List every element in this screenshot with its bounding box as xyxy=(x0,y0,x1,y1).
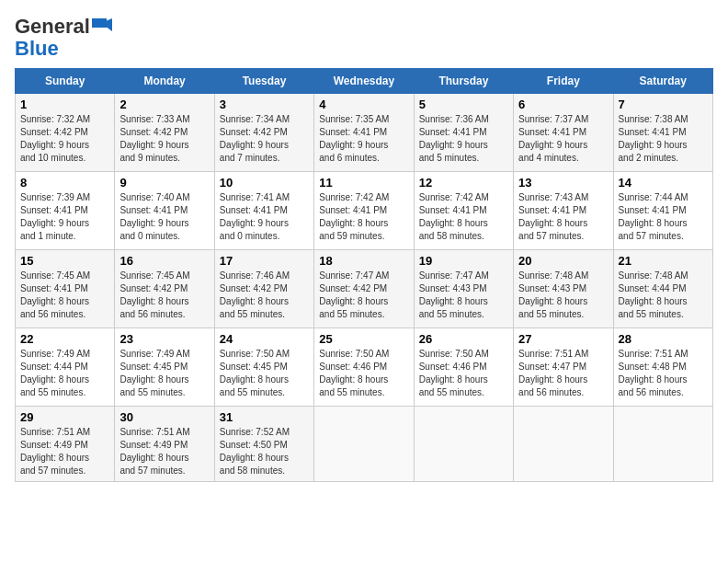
calendar-header-wednesday: Wednesday xyxy=(314,69,414,94)
calendar-header-row: SundayMondayTuesdayWednesdayThursdayFrid… xyxy=(16,69,713,94)
calendar-table: SundayMondayTuesdayWednesdayThursdayFrid… xyxy=(15,68,713,482)
day-info: Sunrise: 7:46 AM Sunset: 4:42 PM Dayligh… xyxy=(220,270,309,321)
day-info: Sunrise: 7:43 AM Sunset: 4:41 PM Dayligh… xyxy=(518,191,608,243)
calendar-day-cell: 11Sunrise: 7:42 AM Sunset: 4:41 PM Dayli… xyxy=(314,172,414,250)
day-number: 27 xyxy=(518,332,608,346)
day-info: Sunrise: 7:41 AM Sunset: 4:41 PM Dayligh… xyxy=(220,191,309,243)
day-info: Sunrise: 7:51 AM Sunset: 4:48 PM Dayligh… xyxy=(619,348,708,399)
day-info: Sunrise: 7:51 AM Sunset: 4:49 PM Dayligh… xyxy=(119,426,209,477)
calendar-day-cell: 31Sunrise: 7:52 AM Sunset: 4:50 PM Dayli… xyxy=(214,407,313,482)
day-info: Sunrise: 7:35 AM Sunset: 4:41 PM Dayligh… xyxy=(319,113,408,165)
calendar-week-row: 29Sunrise: 7:51 AM Sunset: 4:49 PM Dayli… xyxy=(16,407,713,482)
calendar-day-cell: 5Sunrise: 7:36 AM Sunset: 4:41 PM Daylig… xyxy=(414,94,513,172)
day-info: Sunrise: 7:42 AM Sunset: 4:41 PM Dayligh… xyxy=(319,191,408,243)
calendar-day-cell: 18Sunrise: 7:47 AM Sunset: 4:42 PM Dayli… xyxy=(314,250,414,328)
day-number: 9 xyxy=(119,176,209,190)
calendar-day-cell: 13Sunrise: 7:43 AM Sunset: 4:41 PM Dayli… xyxy=(514,172,613,250)
calendar-day-cell: 1Sunrise: 7:32 AM Sunset: 4:42 PM Daylig… xyxy=(16,94,115,172)
calendar-day-cell: 16Sunrise: 7:45 AM Sunset: 4:42 PM Dayli… xyxy=(115,250,214,328)
calendar-day-cell: 14Sunrise: 7:44 AM Sunset: 4:41 PM Dayli… xyxy=(613,172,712,250)
day-number: 15 xyxy=(20,254,109,268)
calendar-day-cell: 20Sunrise: 7:48 AM Sunset: 4:43 PM Dayli… xyxy=(514,250,613,328)
day-number: 6 xyxy=(518,98,608,111)
day-number: 29 xyxy=(20,410,109,424)
day-number: 22 xyxy=(20,332,109,346)
day-number: 23 xyxy=(119,332,209,346)
day-number: 4 xyxy=(319,98,408,111)
calendar-day-cell: 4Sunrise: 7:35 AM Sunset: 4:41 PM Daylig… xyxy=(314,94,414,172)
day-number: 7 xyxy=(619,98,708,111)
calendar-day-cell: 2Sunrise: 7:33 AM Sunset: 4:42 PM Daylig… xyxy=(115,94,214,172)
calendar-header-thursday: Thursday xyxy=(414,69,513,94)
day-number: 3 xyxy=(220,98,309,111)
logo-blue-text: Blue xyxy=(15,37,59,61)
calendar-day-cell: 17Sunrise: 7:46 AM Sunset: 4:42 PM Dayli… xyxy=(214,250,313,328)
day-number: 25 xyxy=(319,332,408,346)
logo-general-text: General xyxy=(15,15,90,39)
calendar-header-friday: Friday xyxy=(514,69,613,94)
day-info: Sunrise: 7:49 AM Sunset: 4:44 PM Dayligh… xyxy=(20,348,109,399)
day-number: 28 xyxy=(619,332,708,346)
calendar-day-cell: 3Sunrise: 7:34 AM Sunset: 4:42 PM Daylig… xyxy=(214,94,313,172)
day-number: 24 xyxy=(220,332,309,346)
calendar-day-cell: 7Sunrise: 7:38 AM Sunset: 4:41 PM Daylig… xyxy=(613,94,712,172)
day-info: Sunrise: 7:47 AM Sunset: 4:43 PM Dayligh… xyxy=(419,270,508,321)
day-info: Sunrise: 7:42 AM Sunset: 4:41 PM Dayligh… xyxy=(419,191,508,243)
day-number: 19 xyxy=(419,254,508,268)
day-number: 8 xyxy=(20,176,109,190)
day-number: 18 xyxy=(319,254,408,268)
day-info: Sunrise: 7:49 AM Sunset: 4:45 PM Dayligh… xyxy=(119,348,209,399)
day-info: Sunrise: 7:38 AM Sunset: 4:41 PM Dayligh… xyxy=(619,113,708,165)
day-number: 2 xyxy=(119,98,209,111)
calendar-day-cell xyxy=(514,407,613,482)
day-number: 5 xyxy=(419,98,508,111)
calendar-day-cell: 19Sunrise: 7:47 AM Sunset: 4:43 PM Dayli… xyxy=(414,250,513,328)
calendar-day-cell xyxy=(613,407,712,482)
calendar-header-monday: Monday xyxy=(115,69,214,94)
day-info: Sunrise: 7:50 AM Sunset: 4:46 PM Dayligh… xyxy=(319,348,408,399)
day-info: Sunrise: 7:37 AM Sunset: 4:41 PM Dayligh… xyxy=(518,113,608,165)
calendar-day-cell: 28Sunrise: 7:51 AM Sunset: 4:48 PM Dayli… xyxy=(613,328,712,407)
day-number: 10 xyxy=(220,176,309,190)
calendar-day-cell: 12Sunrise: 7:42 AM Sunset: 4:41 PM Dayli… xyxy=(414,172,513,250)
day-number: 30 xyxy=(119,410,209,424)
day-number: 31 xyxy=(220,410,309,424)
day-info: Sunrise: 7:51 AM Sunset: 4:49 PM Dayligh… xyxy=(20,426,109,477)
day-number: 14 xyxy=(619,176,708,190)
day-number: 17 xyxy=(220,254,309,268)
day-info: Sunrise: 7:51 AM Sunset: 4:47 PM Dayligh… xyxy=(518,348,608,399)
calendar-day-cell: 9Sunrise: 7:40 AM Sunset: 4:41 PM Daylig… xyxy=(115,172,214,250)
day-number: 1 xyxy=(20,98,109,111)
day-number: 12 xyxy=(419,176,508,190)
page-header: General Blue xyxy=(15,15,713,61)
calendar-header-saturday: Saturday xyxy=(613,69,712,94)
calendar-week-row: 8Sunrise: 7:39 AM Sunset: 4:41 PM Daylig… xyxy=(16,172,713,250)
day-number: 26 xyxy=(419,332,508,346)
calendar-header-sunday: Sunday xyxy=(16,69,115,94)
day-info: Sunrise: 7:45 AM Sunset: 4:41 PM Dayligh… xyxy=(20,270,109,321)
day-number: 20 xyxy=(518,254,608,268)
day-info: Sunrise: 7:34 AM Sunset: 4:42 PM Dayligh… xyxy=(220,113,309,165)
day-info: Sunrise: 7:36 AM Sunset: 4:41 PM Dayligh… xyxy=(419,113,508,165)
calendar-day-cell: 23Sunrise: 7:49 AM Sunset: 4:45 PM Dayli… xyxy=(115,328,214,407)
day-number: 13 xyxy=(518,176,608,190)
calendar-week-row: 22Sunrise: 7:49 AM Sunset: 4:44 PM Dayli… xyxy=(16,328,713,407)
day-info: Sunrise: 7:52 AM Sunset: 4:50 PM Dayligh… xyxy=(220,426,309,477)
logo-icon xyxy=(92,18,112,35)
day-number: 11 xyxy=(319,176,408,190)
calendar-day-cell: 22Sunrise: 7:49 AM Sunset: 4:44 PM Dayli… xyxy=(16,328,115,407)
calendar-header-tuesday: Tuesday xyxy=(214,69,313,94)
calendar-day-cell xyxy=(314,407,414,482)
day-number: 16 xyxy=(119,254,209,268)
logo: General Blue xyxy=(15,15,112,61)
calendar-day-cell: 24Sunrise: 7:50 AM Sunset: 4:45 PM Dayli… xyxy=(214,328,313,407)
day-info: Sunrise: 7:40 AM Sunset: 4:41 PM Dayligh… xyxy=(119,191,209,243)
calendar-week-row: 1Sunrise: 7:32 AM Sunset: 4:42 PM Daylig… xyxy=(16,94,713,172)
day-info: Sunrise: 7:48 AM Sunset: 4:44 PM Dayligh… xyxy=(619,270,708,321)
calendar-week-row: 15Sunrise: 7:45 AM Sunset: 4:41 PM Dayli… xyxy=(16,250,713,328)
calendar-day-cell: 27Sunrise: 7:51 AM Sunset: 4:47 PM Dayli… xyxy=(514,328,613,407)
calendar-day-cell: 10Sunrise: 7:41 AM Sunset: 4:41 PM Dayli… xyxy=(214,172,313,250)
calendar-day-cell: 26Sunrise: 7:50 AM Sunset: 4:46 PM Dayli… xyxy=(414,328,513,407)
day-info: Sunrise: 7:50 AM Sunset: 4:45 PM Dayligh… xyxy=(220,348,309,399)
day-info: Sunrise: 7:32 AM Sunset: 4:42 PM Dayligh… xyxy=(20,113,109,165)
